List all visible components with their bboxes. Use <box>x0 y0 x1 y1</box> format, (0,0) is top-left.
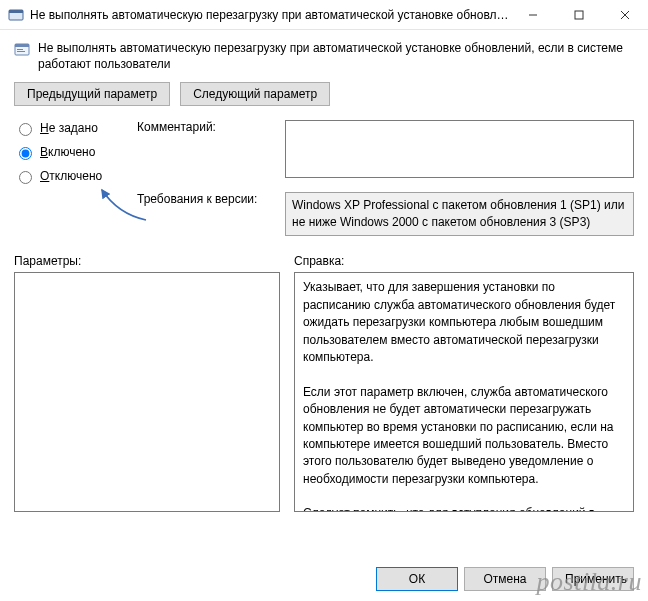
radio-enabled-label[interactable]: Включено <box>40 145 95 159</box>
state-radio-group: Не задано Включено Отключено <box>14 120 129 184</box>
svg-rect-9 <box>17 51 25 52</box>
svg-rect-7 <box>15 44 29 47</box>
radio-not-configured-label[interactable]: Не задано <box>40 121 98 135</box>
policy-heading: Не выполнять автоматическую перезагрузку… <box>38 40 634 72</box>
svg-rect-8 <box>17 49 23 50</box>
svg-rect-1 <box>9 10 23 13</box>
radio-disabled-label[interactable]: Отключено <box>40 169 102 183</box>
app-icon <box>8 7 24 23</box>
help-panel[interactable]: Указывает, что для завершения установки … <box>294 272 634 512</box>
close-button[interactable] <box>602 0 648 29</box>
help-label: Справка: <box>294 254 634 268</box>
window-controls <box>510 0 648 29</box>
apply-button[interactable]: Применить <box>552 567 634 591</box>
options-panel[interactable] <box>14 272 280 512</box>
title-bar: Не выполнять автоматическую перезагрузку… <box>0 0 648 30</box>
minimize-button[interactable] <box>510 0 556 29</box>
radio-not-configured[interactable] <box>19 123 32 136</box>
comment-textarea[interactable] <box>285 120 634 178</box>
next-setting-button[interactable]: Следующий параметр <box>180 82 330 106</box>
options-label: Параметры: <box>14 254 280 268</box>
radio-disabled[interactable] <box>19 171 32 184</box>
maximize-button[interactable] <box>556 0 602 29</box>
cancel-button[interactable]: Отмена <box>464 567 546 591</box>
ok-button[interactable]: ОК <box>376 567 458 591</box>
dialog-footer: ОК Отмена Применить <box>376 567 634 591</box>
requirements-label: Требования к версии: <box>137 192 277 206</box>
comment-label: Комментарий: <box>137 120 277 134</box>
policy-icon <box>14 42 30 58</box>
svg-rect-3 <box>575 11 583 19</box>
window-title: Не выполнять автоматическую перезагрузку… <box>30 8 510 22</box>
requirements-box: Windows XP Professional с пакетом обновл… <box>285 192 634 236</box>
previous-setting-button[interactable]: Предыдущий параметр <box>14 82 170 106</box>
radio-enabled[interactable] <box>19 147 32 160</box>
